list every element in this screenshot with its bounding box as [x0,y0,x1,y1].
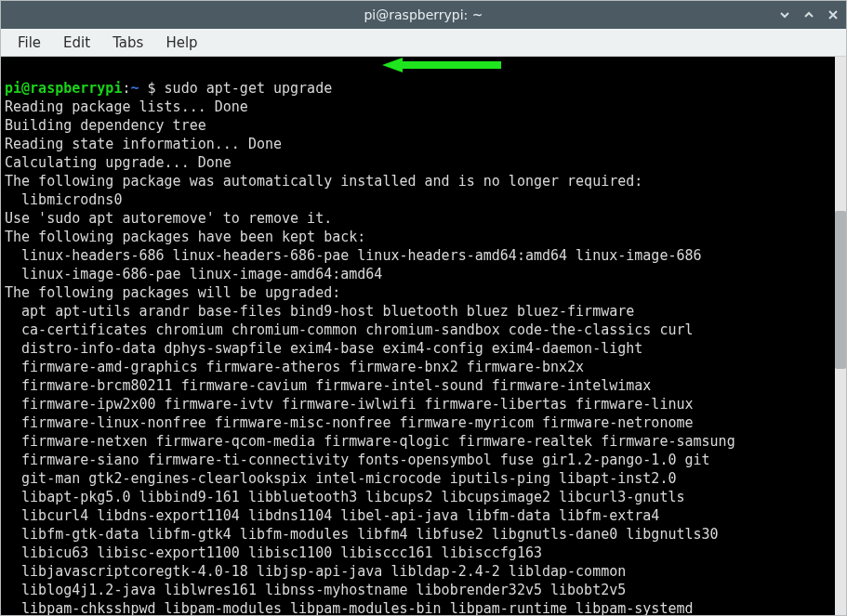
terminal-output: Reading package lists... DoneBuilding de… [5,98,829,615]
terminal-line: firmware-netxen firmware-qcom-media firm… [5,432,829,451]
maximize-icon[interactable] [801,7,816,22]
prompt-path: ~ [130,80,139,97]
window-title: pi@raspberrypi: ~ [364,7,483,22]
terminal-line: Building dependency tree [5,116,829,135]
terminal-line: firmware-linux-nonfree firmware-misc-non… [5,413,829,432]
terminal-line: firmware-brcm80211 firmware-cavium firmw… [5,376,829,395]
terminal-line: Reading package lists... Done [5,98,829,116]
prompt-dollar: $ [139,80,165,97]
terminal-body: pi@raspberrypi:~ $ sudo apt-get upgradeR… [1,57,846,615]
menubar: File Edit Tabs Help [1,29,846,57]
terminal-viewport[interactable]: pi@raspberrypi:~ $ sudo apt-get upgradeR… [1,57,835,615]
terminal-line: libpam-chksshpwd libpam-modules libpam-m… [5,599,829,615]
menu-edit[interactable]: Edit [52,31,101,55]
scrollbar-track[interactable] [835,57,846,615]
menu-tabs[interactable]: Tabs [101,31,154,55]
terminal-line: distro-info-data dphys-swapfile exim4-ba… [5,339,829,358]
menu-help[interactable]: Help [154,31,208,55]
terminal-line: liblog4j1.2-java liblwres161 libnss-myho… [5,581,829,599]
terminal-line: libmicrodns0 [5,190,829,209]
terminal-line: The following package was automatically … [5,172,829,190]
terminal-line: libcurl4 libdns-export1104 libdns1104 li… [5,506,829,525]
titlebar[interactable]: pi@raspberrypi: ~ [1,1,846,29]
terminal-line: The following packages have been kept ba… [5,228,829,246]
terminal-line: libapt-pkg5.0 libbind9-161 libbluetooth3… [5,488,829,506]
minimize-icon[interactable] [777,7,792,22]
terminal-line: apt apt-utils arandr base-files bind9-ho… [5,302,829,321]
terminal-line: firmware-siano firmware-ti-connectivity … [5,451,829,469]
terminal-line: linux-headers-686 linux-headers-686-pae … [5,246,829,265]
prompt-line: pi@raspberrypi:~ $ sudo apt-get upgrade [5,79,829,98]
menu-file[interactable]: File [7,31,52,55]
terminal-line: linux-image-686-pae linux-image-amd64:am… [5,265,829,283]
terminal-line: ca-certificates chromium chromium-common… [5,321,829,339]
terminal-line: Calculating upgrade... Done [5,153,829,172]
command-text: sudo apt-get upgrade [165,80,333,97]
prompt-userhost: pi@raspberrypi [5,80,122,97]
close-icon[interactable] [826,7,840,22]
terminal-window: pi@raspberrypi: ~ File Edit Tabs Help pi… [0,0,847,616]
scrollbar-thumb[interactable] [835,211,846,369]
terminal-line: firmware-ipw2x00 firmware-ivtv firmware-… [5,395,829,413]
terminal-line: libfm-gtk-data libfm-gtk4 libfm-modules … [5,525,829,544]
terminal-line: firmware-amd-graphics firmware-atheros f… [5,358,829,376]
window-controls [777,1,840,29]
terminal-line: libjavascriptcoregtk-4.0-18 libjsp-api-j… [5,562,829,581]
terminal-line: libicu63 libisc-export1100 libisc1100 li… [5,544,829,562]
terminal-line: Use 'sudo apt autoremove' to remove it. [5,209,829,228]
terminal-line: The following packages will be upgraded: [5,283,829,302]
terminal-line: git-man gtk2-engines-clearlookspix intel… [5,469,829,488]
terminal-line: Reading state information... Done [5,135,829,153]
